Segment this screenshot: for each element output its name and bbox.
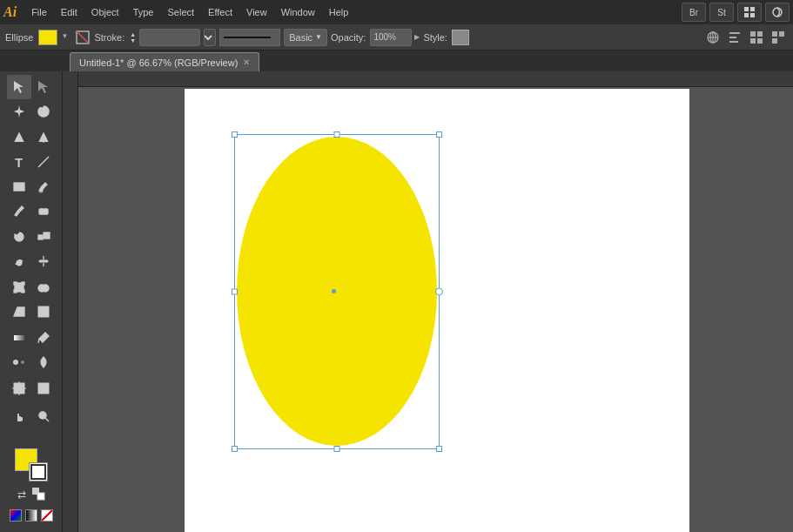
shape-type-label: Ellipse (5, 32, 33, 43)
opacity-arrow-btn[interactable]: ▶ (414, 33, 420, 41)
handle-bot-center[interactable] (334, 446, 340, 452)
reset-colors-btn[interactable] (31, 487, 45, 502)
document-tab[interactable]: Untitled-1* @ 66.67% (RGB/Preview) ✕ (70, 52, 259, 71)
magic-wand-tool[interactable] (7, 99, 31, 124)
swap-colors-btn[interactable]: ⇄ (17, 488, 26, 501)
menu-window[interactable]: Window (275, 4, 321, 20)
color-mode-btn[interactable] (10, 509, 22, 522)
bridge-icon-btn[interactable]: Br (682, 3, 706, 22)
svg-rect-41 (22, 290, 24, 293)
svg-rect-17 (757, 38, 763, 44)
hand-tool[interactable] (7, 404, 31, 428)
add-anchor-tool[interactable] (31, 125, 56, 150)
gradient-tool[interactable] (7, 326, 31, 350)
opacity-label: Opacity: (331, 32, 366, 43)
color-swatches-section: ⇄ (6, 441, 57, 529)
transform-icon[interactable] (747, 28, 766, 47)
shape-builder-tool[interactable] (31, 275, 56, 300)
globe-icon[interactable] (703, 28, 722, 47)
type-tool[interactable]: T (7, 150, 31, 174)
pen-tool[interactable] (7, 125, 31, 150)
menu-object[interactable]: Object (85, 4, 125, 20)
svg-point-35 (17, 260, 22, 266)
free-transform-tool[interactable] (7, 275, 31, 300)
style-swatch[interactable] (452, 30, 469, 45)
stroke-line-selector[interactable] (219, 29, 280, 46)
gradient-mode-btn[interactable] (25, 509, 37, 522)
style-dropdown[interactable]: Basic ▼ (284, 29, 327, 46)
fill-swatch[interactable] (38, 30, 57, 45)
mesh-tool[interactable] (31, 300, 56, 324)
direct-selection-tool[interactable] (31, 75, 56, 99)
tab-close-btn[interactable]: ✕ (243, 57, 250, 67)
width-tool[interactable] (31, 249, 56, 273)
color-controls: ⇄ (17, 487, 45, 502)
stroke-dropdown[interactable] (204, 29, 216, 46)
pencil-tool[interactable] (7, 199, 31, 223)
rectangle-tool[interactable] (7, 174, 31, 199)
handle-top-left[interactable] (232, 131, 238, 138)
line-tool[interactable] (31, 150, 56, 174)
stroke-weight-input[interactable] (139, 29, 200, 46)
selection-tool[interactable] (7, 75, 31, 99)
tab-label: Untitled-1* @ 66.67% (RGB/Preview) (79, 57, 238, 68)
warp-tool[interactable] (7, 249, 31, 273)
svg-rect-32 (38, 235, 43, 239)
svg-rect-27 (14, 183, 24, 191)
svg-rect-14 (750, 31, 756, 37)
svg-point-28 (39, 189, 43, 192)
paintbrush-tool[interactable] (31, 174, 56, 199)
ellipse-object[interactable] (237, 137, 437, 446)
eraser-tool[interactable] (31, 199, 56, 223)
tools-panel: T (0, 71, 63, 532)
zoom-tool[interactable] (31, 404, 56, 428)
menu-type[interactable]: Type (127, 4, 160, 20)
workspace-grid-btn[interactable] (737, 3, 762, 22)
scale-tool[interactable] (31, 225, 56, 249)
rotate-workspace-btn[interactable] (765, 3, 790, 22)
document-canvas[interactable] (185, 89, 689, 532)
stock-icon-btn[interactable]: St (709, 3, 734, 22)
handle-bot-left[interactable] (232, 446, 238, 452)
menu-edit[interactable]: Edit (55, 4, 84, 20)
artboard-tool[interactable] (7, 376, 31, 401)
none-mode-btn[interactable] (41, 509, 53, 522)
svg-rect-12 (729, 37, 736, 38)
stroke-swatch[interactable] (30, 464, 46, 480)
handle-bot-right[interactable] (436, 446, 442, 452)
menu-effect[interactable]: Effect (202, 4, 239, 20)
canvas-area[interactable] (63, 71, 793, 532)
svg-rect-0 (744, 7, 749, 11)
menu-select[interactable]: Select (161, 4, 200, 20)
slice-tool[interactable] (31, 376, 56, 401)
lasso-tool[interactable] (31, 99, 56, 124)
live-paint-tool[interactable] (31, 350, 56, 374)
svg-line-49 (38, 339, 39, 343)
svg-marker-21 (14, 81, 24, 93)
svg-rect-1 (750, 7, 755, 11)
handle-top-right[interactable] (436, 131, 442, 138)
eyedropper-tool[interactable] (31, 326, 56, 350)
more-icon[interactable] (769, 28, 788, 47)
svg-rect-16 (750, 38, 756, 44)
menu-view[interactable]: View (240, 4, 273, 20)
app-logo: Ai (3, 4, 17, 20)
vertical-ruler (63, 71, 78, 532)
stroke-arrows[interactable]: ▲ ▼ (130, 31, 136, 44)
menu-bar: Ai File Edit Object Type Select Effect V… (0, 0, 793, 24)
opacity-input[interactable] (370, 29, 412, 46)
svg-line-61 (45, 418, 49, 421)
svg-point-43 (42, 285, 49, 292)
menu-file[interactable]: File (25, 4, 53, 20)
align-icon[interactable] (725, 28, 744, 47)
basic-label: Basic (289, 32, 312, 43)
blend-tool[interactable] (7, 350, 31, 374)
svg-point-4 (773, 8, 782, 17)
rotate-tool[interactable] (7, 225, 31, 249)
svg-rect-33 (44, 232, 50, 239)
main-color-swatches (15, 448, 48, 481)
svg-rect-15 (757, 31, 763, 37)
fill-dropdown-arrow[interactable]: ▼ (61, 32, 71, 43)
menu-help[interactable]: Help (323, 4, 355, 20)
perspective-tool[interactable] (7, 300, 31, 324)
